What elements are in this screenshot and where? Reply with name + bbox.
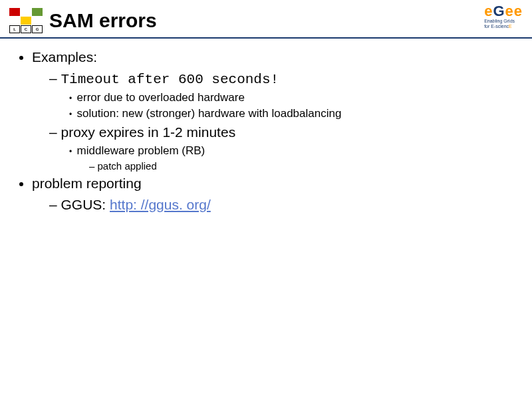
bullet-solution-hw: solution: new (stronger) hardware with l… bbox=[69, 107, 519, 120]
bullet-text: error due to overloaded hardware bbox=[77, 91, 245, 104]
slide-body: Examples: Timeout after 600 seconds! err… bbox=[0, 39, 532, 213]
lcg-letter: L bbox=[9, 25, 20, 33]
bullet-text: middleware problem (RB) bbox=[77, 144, 205, 157]
egee-logo-main: eGee bbox=[484, 4, 523, 19]
bullet-middleware: middleware problem (RB) patch applied bbox=[69, 144, 519, 172]
slide-title: SAM errors bbox=[49, 9, 157, 32]
bullet-problem-reporting: problem reporting GGUS: http: //ggus. or… bbox=[32, 176, 519, 213]
slide-header: L C G SAM errors eGee Enabling Grids for… bbox=[0, 0, 532, 39]
bullet-proxy: proxy expires in 1-2 minutes middleware … bbox=[49, 124, 519, 172]
bullet-examples: Examples: Timeout after 600 seconds! err… bbox=[32, 49, 519, 172]
bullet-text: problem reporting bbox=[32, 176, 142, 191]
egee-logo: eGee Enabling Grids for E-sciencE bbox=[484, 4, 523, 29]
egee-logo-sub: Enabling Grids for E-sciencE bbox=[484, 19, 523, 29]
lcg-letter: C bbox=[21, 25, 31, 33]
bullet-text: Examples: bbox=[32, 49, 97, 65]
bullet-text: Timeout after 600 seconds! bbox=[61, 72, 279, 87]
bullet-ggus: GGUS: http: //ggus. org/ bbox=[49, 197, 519, 213]
bullet-text: GGUS: bbox=[61, 197, 110, 212]
bullet-text: patch applied bbox=[98, 160, 157, 172]
lcg-logo: L C G bbox=[9, 8, 43, 33]
bullet-text: solution: new (stronger) hardware with l… bbox=[77, 107, 342, 120]
bullet-timeout: Timeout after 600 seconds! error due to … bbox=[49, 70, 519, 120]
bullet-patch: patch applied bbox=[89, 160, 519, 172]
lcg-letter: G bbox=[32, 25, 43, 33]
bullet-text: proxy expires in 1-2 minutes bbox=[61, 124, 236, 140]
ggus-link[interactable]: http: //ggus. org/ bbox=[110, 197, 211, 212]
bullet-error-hw: error due to overloaded hardware bbox=[69, 91, 519, 104]
